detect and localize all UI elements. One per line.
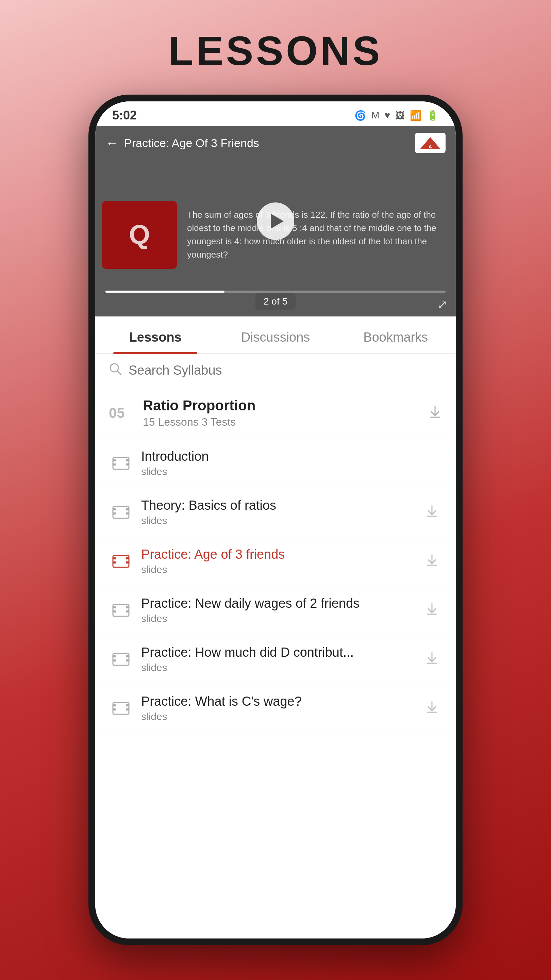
svg-rect-9 [126, 463, 129, 466]
film-icon [109, 453, 133, 474]
video-header: ← Practice: Age Of 3 Friends A [95, 126, 456, 160]
svg-rect-35 [113, 705, 116, 706]
tab-bookmarks[interactable]: Bookmarks [336, 317, 456, 353]
svg-rect-17 [113, 557, 116, 559]
svg-rect-23 [113, 606, 116, 608]
lesson-title: Practice: New daily wages of 2 friends [141, 596, 422, 611]
lesson-title: Introduction [141, 449, 442, 464]
svg-rect-18 [113, 562, 116, 563]
lesson-type: slides [141, 613, 422, 624]
fullscreen-button[interactable]: ⤢ [437, 298, 447, 311]
svg-rect-20 [126, 562, 129, 563]
status-icons: 🌀 M ♥ 🖼 📶 🔋 [354, 110, 439, 121]
ascent-logo: A [415, 133, 446, 153]
section-info: Ratio Proportion 15 Lessons 3 Tests [143, 398, 428, 428]
gmail-icon: M [372, 110, 379, 121]
lesson-info: Introduction slides [141, 449, 442, 477]
section-header: 05 Ratio Proportion 15 Lessons 3 Tests [95, 387, 456, 439]
list-item[interactable]: Theory: Basics of ratios slides [95, 488, 456, 537]
download-icon[interactable] [422, 598, 442, 622]
status-bar: 5:02 🌀 M ♥ 🖼 📶 🔋 [95, 102, 456, 126]
lesson-type: slides [141, 466, 442, 477]
play-triangle-icon [271, 214, 284, 229]
svg-rect-22 [113, 605, 129, 616]
lesson-info: Practice: How much did D contribut... sl… [141, 645, 422, 673]
section-download-icon[interactable] [428, 404, 442, 422]
battery-icon: 🔋 [427, 110, 439, 121]
svg-rect-13 [126, 508, 129, 511]
svg-rect-34 [113, 702, 129, 714]
film-icon-active [109, 551, 133, 572]
svg-rect-29 [113, 655, 116, 657]
list-item[interactable]: Practice: How much did D contribut... sl… [95, 635, 456, 684]
svg-rect-8 [126, 460, 129, 461]
film-icon [109, 649, 133, 670]
video-progress-fill [105, 291, 224, 293]
svg-rect-12 [113, 512, 116, 514]
list-item[interactable]: Practice: What is C's wage? slides [95, 684, 456, 733]
heart-icon: ♥ [384, 110, 390, 121]
lesson-title-active: Practice: Age of 3 friends [141, 547, 422, 562]
download-icon[interactable] [422, 501, 442, 524]
svg-rect-24 [113, 611, 116, 612]
page-title: LESSONS [168, 27, 382, 74]
lesson-title: Practice: How much did D contribut... [141, 645, 422, 660]
lesson-type: slides [141, 711, 422, 722]
video-thumbnail: Q [102, 201, 177, 269]
lesson-title: Theory: Basics of ratios [141, 498, 422, 513]
svg-rect-14 [126, 512, 129, 514]
svg-rect-16 [113, 555, 129, 567]
video-progress-bar[interactable] [105, 291, 446, 293]
download-icon[interactable] [422, 648, 442, 671]
lesson-type: slides [141, 662, 422, 673]
search-icon [109, 363, 122, 379]
search-bar [95, 354, 456, 387]
search-input[interactable] [129, 363, 442, 378]
svg-rect-25 [126, 606, 129, 608]
tab-discussions[interactable]: Discussions [215, 317, 335, 353]
svg-rect-6 [113, 460, 116, 461]
lesson-info: Theory: Basics of ratios slides [141, 498, 422, 527]
section-title: Ratio Proportion [143, 398, 428, 414]
wifi-icon: 📶 [410, 110, 422, 121]
svg-rect-7 [113, 463, 116, 466]
list-item[interactable]: Practice: Age of 3 friends slides [95, 537, 456, 586]
svg-rect-26 [126, 611, 129, 612]
svg-rect-5 [113, 457, 129, 469]
list-item[interactable]: Introduction slides [95, 439, 456, 488]
slide-counter: 2 of 5 [256, 293, 295, 310]
lesson-info: Practice: What is C's wage? slides [141, 694, 422, 722]
phone-shell: 5:02 🌀 M ♥ 🖼 📶 🔋 ← Practice: Age Of 3 Fr… [89, 95, 462, 945]
play-button[interactable] [257, 202, 294, 240]
tab-lessons[interactable]: Lessons [95, 317, 215, 353]
video-player[interactable]: ← Practice: Age Of 3 Friends A Q The sum… [95, 126, 456, 317]
svg-rect-37 [126, 705, 129, 706]
phone-screen: 5:02 🌀 M ♥ 🖼 📶 🔋 ← Practice: Age Of 3 Fr… [95, 102, 456, 939]
lesson-type: slides [141, 564, 422, 576]
film-icon [109, 600, 133, 620]
svg-rect-11 [113, 508, 116, 511]
status-time: 5:02 [112, 108, 137, 123]
section-number: 05 [109, 405, 136, 421]
svg-text:A: A [429, 144, 432, 150]
svg-rect-10 [113, 506, 129, 518]
svg-rect-36 [113, 708, 116, 711]
list-item[interactable]: Practice: New daily wages of 2 friends s… [95, 586, 456, 635]
video-nav: ← Practice: Age Of 3 Friends [105, 135, 259, 151]
svg-line-3 [118, 371, 121, 375]
lesson-info: Practice: Age of 3 friends slides [141, 547, 422, 576]
image-icon: 🖼 [395, 110, 405, 121]
lesson-type: slides [141, 515, 422, 527]
lesson-info: Practice: New daily wages of 2 friends s… [141, 596, 422, 624]
download-icon[interactable] [422, 697, 442, 720]
svg-rect-19 [126, 557, 129, 559]
video-question-text: The sum of ages of 3 friends is 122. If … [187, 208, 449, 261]
svg-rect-30 [113, 659, 116, 662]
svg-rect-32 [126, 659, 129, 662]
back-arrow-icon[interactable]: ← [105, 135, 119, 151]
lesson-list: 05 Ratio Proportion 15 Lessons 3 Tests [95, 387, 456, 939]
tabs-bar: Lessons Discussions Bookmarks [95, 317, 456, 354]
download-icon[interactable] [422, 550, 442, 573]
film-icon [109, 502, 133, 523]
svg-rect-31 [126, 655, 129, 657]
